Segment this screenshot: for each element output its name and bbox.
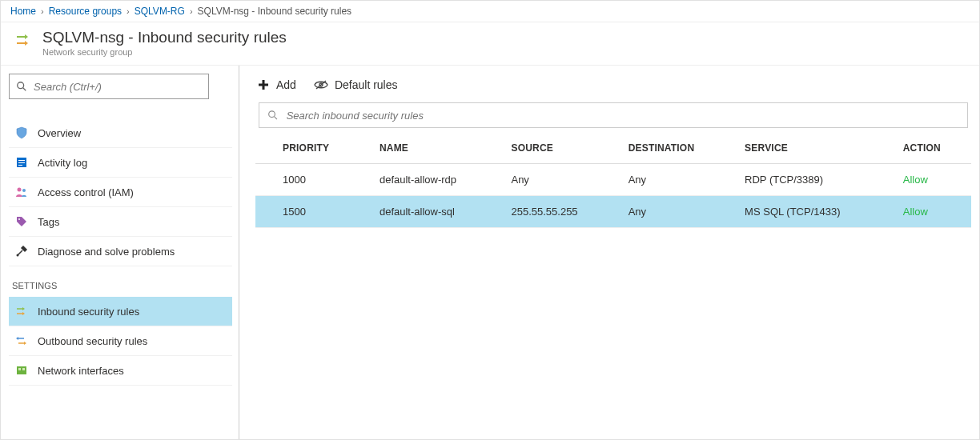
sidebar-item-outbound-rules[interactable]: Outbound security rules — [9, 326, 232, 356]
col-source[interactable]: SOURCE — [503, 133, 620, 164]
people-icon — [15, 186, 28, 198]
svg-point-15 — [269, 111, 275, 118]
svg-rect-12 — [22, 368, 25, 370]
svg-point-7 — [22, 189, 26, 192]
add-button-label: Add — [276, 78, 296, 91]
cell-service: RDP (TCP/3389) — [737, 164, 895, 196]
sidebar-item-overview[interactable]: Overview — [9, 118, 232, 148]
add-button[interactable]: Add — [257, 78, 296, 91]
svg-point-6 — [18, 188, 22, 192]
table-row[interactable]: 1000 default-allow-rdp Any Any RDP (TCP/… — [255, 164, 971, 196]
cell-action: Allow — [895, 164, 971, 196]
table-row[interactable]: 1500 default-allow-sql 255.55.55.255 Any… — [255, 196, 971, 228]
shield-icon — [15, 126, 28, 139]
main-content: Add Default rules PRIORITY NAME SOURCE D… — [239, 66, 979, 440]
cell-service: MS SQL (TCP/1433) — [737, 196, 895, 228]
main-search[interactable] — [259, 102, 968, 128]
cell-action: Allow — [895, 196, 971, 228]
sidebar-section-settings: SETTINGS — [9, 266, 232, 297]
default-rules-label: Default rules — [335, 78, 398, 91]
sidebar-item-label: Tags — [38, 216, 59, 228]
cell-priority: 1000 — [255, 164, 372, 196]
breadcrumb: Home › Resource groups › SQLVM-RG › SQLV… — [1, 1, 979, 22]
chevron-right-icon: › — [190, 6, 193, 16]
col-destination[interactable]: DESTINATION — [621, 133, 737, 164]
breadcrumb-current: SQLVM-nsg - Inbound security rules — [198, 6, 352, 17]
svg-rect-3 — [18, 160, 25, 161]
sidebar-item-label: Diagnose and solve problems — [38, 246, 175, 258]
sidebar-item-access-control[interactable]: Access control (IAM) — [9, 178, 232, 207]
svg-line-16 — [275, 117, 277, 119]
sidebar-item-label: Access control (IAM) — [38, 186, 134, 198]
sidebar-item-label: Outbound security rules — [38, 335, 147, 347]
svg-line-1 — [23, 88, 26, 91]
toolbar: Add Default rules — [255, 75, 971, 102]
sidebar-item-label: Overview — [38, 127, 81, 139]
svg-point-8 — [18, 218, 20, 220]
log-icon — [15, 156, 28, 169]
plus-icon — [257, 78, 270, 91]
tools-icon — [15, 245, 28, 258]
main-search-input[interactable] — [287, 110, 959, 122]
cell-destination: Any — [621, 164, 737, 196]
svg-rect-5 — [18, 165, 22, 166]
cell-source: Any — [503, 164, 620, 196]
cell-priority: 1500 — [255, 196, 372, 228]
cell-destination: Any — [621, 196, 737, 228]
default-rules-button[interactable]: Default rules — [314, 78, 398, 91]
sidebar-item-network-interfaces[interactable]: Network interfaces — [9, 356, 232, 386]
svg-rect-11 — [18, 368, 21, 370]
chevron-right-icon: › — [127, 6, 130, 16]
sidebar-item-diagnose[interactable]: Diagnose and solve problems — [9, 237, 232, 266]
sidebar-search-input[interactable] — [34, 81, 202, 93]
page-subtitle: Network security group — [42, 47, 287, 57]
sidebar-item-label: Inbound security rules — [38, 306, 139, 318]
page-title: SQLVM-nsg - Inbound security rules — [42, 29, 287, 46]
cell-source: 255.55.55.255 — [503, 196, 620, 228]
svg-rect-10 — [17, 366, 26, 374]
search-icon — [16, 81, 27, 92]
breadcrumb-home[interactable]: Home — [10, 6, 36, 17]
inbound-icon — [15, 305, 28, 318]
sidebar-item-label: Network interfaces — [38, 365, 124, 377]
page-header: SQLVM-nsg - Inbound security rules Netwo… — [1, 22, 979, 66]
svg-point-9 — [17, 254, 19, 257]
col-action[interactable]: ACTION — [895, 133, 971, 164]
eye-off-icon — [314, 79, 328, 90]
chevron-right-icon: › — [41, 6, 44, 16]
sidebar: Overview Activity log Access control (IA… — [1, 66, 239, 440]
cell-name: default-allow-sql — [372, 196, 504, 228]
col-priority[interactable]: PRIORITY — [255, 133, 372, 164]
sidebar-item-inbound-rules[interactable]: Inbound security rules — [9, 297, 232, 326]
outbound-icon — [15, 334, 28, 347]
breadcrumb-resource-groups[interactable]: Resource groups — [49, 6, 122, 17]
svg-point-0 — [18, 82, 24, 89]
svg-rect-4 — [18, 162, 25, 163]
sidebar-item-activity-log[interactable]: Activity log — [9, 148, 232, 178]
breadcrumb-rg-name[interactable]: SQLVM-RG — [135, 6, 185, 17]
sidebar-search[interactable] — [9, 74, 209, 99]
search-icon — [267, 110, 279, 121]
cell-name: default-allow-rdp — [372, 164, 504, 196]
nic-icon — [15, 364, 28, 377]
tag-icon — [15, 215, 28, 228]
col-service[interactable]: SERVICE — [737, 133, 895, 164]
col-name[interactable]: NAME — [372, 133, 504, 164]
inbound-rules-icon — [14, 30, 33, 50]
rules-table: PRIORITY NAME SOURCE DESTINATION SERVICE… — [255, 133, 971, 228]
sidebar-item-tags[interactable]: Tags — [9, 207, 232, 237]
sidebar-item-label: Activity log — [38, 157, 87, 169]
